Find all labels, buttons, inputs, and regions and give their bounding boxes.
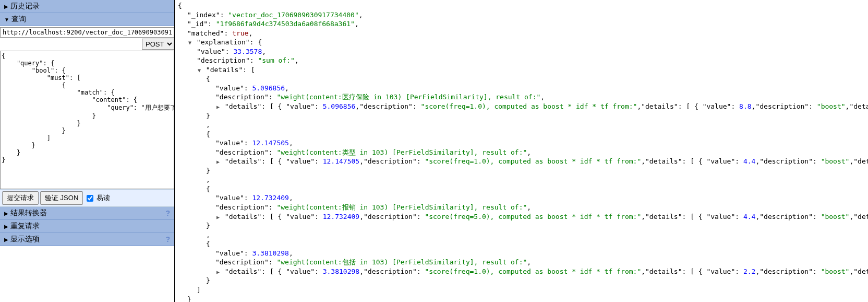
json-line: "value": 12.147505,: [178, 138, 868, 148]
json-response-panel: { "_index": "vector_doc_1706909030917734…: [175, 0, 868, 302]
json-line: ,: [178, 175, 868, 184]
json-line: ]: [178, 285, 868, 295]
toggle-icon[interactable]: ▶: [215, 103, 221, 111]
json-line: "value": 12.732409,: [178, 193, 868, 203]
transformer-section-header[interactable]: ▶ 结果转换器 ?: [0, 207, 174, 220]
chevron-right-icon: ▶: [4, 237, 8, 242]
json-line: ▶ "details": [ { "value": 3.3810298,"des…: [178, 267, 868, 276]
request-body-textarea[interactable]: [0, 51, 174, 189]
method-row: POST: [0, 38, 174, 51]
json-line: ▼ "details": [: [178, 65, 868, 75]
button-row: 提交请求 验证 JSON 易读: [0, 189, 174, 207]
left-panel: ▶ 历史记录 ▼ 查询 POST 提交请求 验证 JSON 易读 ▶ 结果转换器…: [0, 0, 175, 302]
json-line: {: [178, 1, 868, 10]
json-line: ▼ "explanation": {: [178, 38, 868, 47]
json-line: {: [178, 239, 868, 249]
json-line: }: [178, 111, 868, 121]
json-line: }: [178, 166, 868, 176]
json-line: "description": "weight(content:医疗保险 in 1…: [178, 92, 868, 102]
json-line: "_index": "vector_doc_170690903091773440…: [178, 10, 868, 20]
chevron-right-icon: ▶: [4, 224, 8, 229]
json-line: ,: [178, 120, 868, 130]
json-line: "description": "sum of:",: [178, 56, 868, 65]
json-line: ▶ "details": [ { "value": 12.732409,"des…: [178, 212, 868, 222]
json-line: {: [178, 130, 868, 139]
json-line: }: [178, 276, 868, 285]
toggle-icon[interactable]: ▶: [215, 269, 221, 276]
json-line: }: [178, 221, 868, 230]
pretty-checkbox[interactable]: [87, 195, 93, 202]
chevron-down-icon: ▼: [4, 17, 9, 22]
url-input[interactable]: [0, 27, 174, 38]
toggle-icon[interactable]: ▼: [197, 67, 202, 74]
json-line: "matched": true,: [178, 29, 868, 38]
json-line: "value": 33.3578,: [178, 47, 868, 56]
submit-button[interactable]: 提交请求: [2, 191, 39, 205]
history-label: 历史记录: [10, 2, 40, 11]
transformer-label: 结果转换器: [10, 208, 47, 218]
toggle-icon[interactable]: ▼: [187, 39, 192, 47]
help-icon[interactable]: ?: [165, 235, 170, 243]
json-line: "description": "weight(content:类型 in 103…: [178, 148, 868, 157]
chevron-right-icon: ▶: [4, 211, 8, 216]
history-section-header[interactable]: ▶ 历史记录: [0, 0, 174, 13]
json-line: "description": "weight(content:包括 in 103…: [178, 258, 868, 267]
query-label: 查询: [11, 15, 26, 24]
json-line: {: [178, 184, 868, 194]
json-line: "description": "weight(content:报销 in 103…: [178, 203, 868, 212]
display-label: 显示选项: [10, 235, 40, 244]
display-section-header[interactable]: ▶ 显示选项 ?: [0, 233, 174, 246]
json-line: }: [178, 295, 868, 303]
json-line: ▶ "details": [ { "value": 12.147505,"des…: [178, 157, 868, 166]
toggle-icon[interactable]: ▶: [215, 158, 221, 166]
json-line: ▶ "details": [ { "value": 5.096856,"desc…: [178, 102, 868, 111]
json-line: "value": 5.096856,: [178, 84, 868, 93]
toggle-icon[interactable]: ▶: [215, 214, 221, 221]
query-section-header[interactable]: ▼ 查询: [0, 13, 174, 26]
repeat-section-header[interactable]: ▶ 重复请求: [0, 220, 174, 233]
validate-json-button[interactable]: 验证 JSON: [40, 191, 83, 205]
json-line: "value": 3.3810298,: [178, 249, 868, 258]
pretty-label: 易读: [97, 193, 110, 203]
json-line: "_id": "1f9686fa9d4c374503da6a08f668a361…: [178, 19, 868, 29]
http-method-select[interactable]: POST: [142, 39, 174, 50]
json-line: ,: [178, 230, 868, 240]
chevron-right-icon: ▶: [4, 4, 8, 9]
json-line: {: [178, 74, 868, 84]
help-icon[interactable]: ?: [165, 209, 170, 217]
repeat-label: 重复请求: [10, 222, 40, 231]
